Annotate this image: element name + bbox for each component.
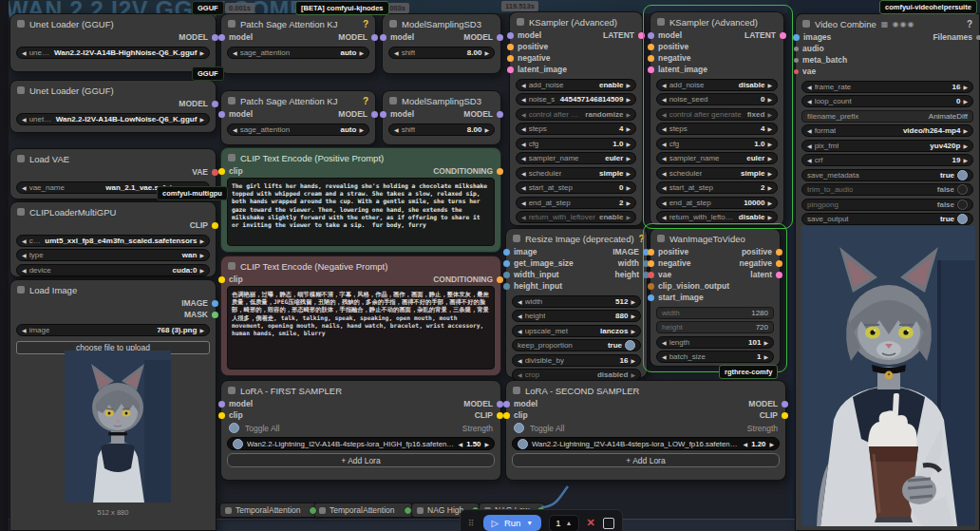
widget-clip-n[interactable]: ◀clip_numt5_xxl_fp8_e4m3fn_scaled.safete… — [16, 235, 210, 247]
collapse-icon[interactable] — [228, 20, 236, 28]
decrement-arrow-icon[interactable]: ◀ — [22, 184, 27, 191]
widget-return-with-leftover[interactable]: ◀return_with_leftoverenable▶ — [516, 211, 636, 223]
latent-output-port[interactable] — [776, 272, 782, 278]
increment-arrow-icon[interactable]: ▶ — [767, 170, 772, 177]
toggle-knob[interactable] — [957, 214, 968, 224]
decrement-arrow-icon[interactable]: ◀ — [518, 357, 522, 364]
load-image-preview[interactable] — [65, 351, 171, 503]
widget-scheduler[interactable]: ◀schedulersimple▶ — [656, 167, 778, 180]
widget-keep-proportion[interactable]: keep_proportiontrue — [512, 339, 641, 351]
widget-divisible-by[interactable]: ◀divisible_by16▶ — [512, 354, 641, 367]
images-input-port[interactable] — [793, 34, 800, 41]
collapse-icon[interactable] — [657, 18, 665, 26]
clip-input-port[interactable] — [218, 276, 225, 283]
widget-device[interactable]: ◀devicecuda:0▶ — [16, 264, 210, 276]
decrement-arrow-icon[interactable]: ◀ — [518, 313, 522, 319]
widget-upscale-met[interactable]: ◀upscale_metlanczos▶ — [512, 325, 641, 337]
model-output-port[interactable] — [497, 401, 503, 408]
increment-arrow-icon[interactable]: ▶ — [626, 199, 631, 206]
lora-row[interactable]: Wan2.2-Lightning_I2V-A14B-4steps-lora_LO… — [512, 437, 780, 450]
positive-input-port[interactable] — [507, 44, 514, 50]
increment-arrow-icon[interactable]: ▶ — [626, 170, 631, 177]
widget-unet-na[interactable]: ◀unet_naWan2.2-I2V-A14B-HighNoise-Q6_K.g… — [16, 47, 210, 59]
collapse-icon[interactable] — [319, 507, 326, 514]
conditioning-output-port[interactable] — [497, 276, 503, 283]
widget-width[interactable]: ◀width512▶ — [512, 295, 641, 308]
toggle-knob[interactable] — [957, 184, 968, 195]
widget-unet-name[interactable]: ◀unet_nameWan2.2-I2V-A14B-LowNoise-Q6_K.… — [16, 113, 210, 125]
decrement-arrow-icon[interactable]: ◀ — [807, 157, 812, 163]
decrement-arrow-icon[interactable]: ◀ — [394, 49, 399, 56]
decrement-arrow-icon[interactable]: ◀ — [233, 126, 237, 133]
decrement-arrow-icon[interactable]: ◀ — [662, 214, 667, 220]
decrement-arrow-icon[interactable]: ◀ — [22, 252, 27, 258]
increment-arrow-icon[interactable]: ▶ — [963, 84, 968, 90]
collapse-icon[interactable] — [17, 155, 25, 162]
comfyui-canvas[interactable]: WAN 2.2 I2V GGUF COMPA TER GGUF 0.001s [… — [0, 0, 980, 531]
collapse-icon[interactable] — [17, 286, 25, 294]
lora-enabled-toggle[interactable] — [518, 439, 528, 449]
node-lora-second-sampler[interactable]: LoRA - SECOND SAMPLER model MODEL clip C… — [505, 380, 786, 481]
clip-input-port[interactable] — [503, 412, 510, 419]
widget-sage-attention[interactable]: ◀sage_attentionauto▶ — [227, 47, 369, 59]
drag-handle-icon[interactable]: ⠿ — [468, 519, 476, 528]
increment-arrow-icon[interactable]: ▶ — [484, 49, 489, 56]
get-image-size-input-port[interactable] — [503, 260, 510, 267]
increment-arrow-icon[interactable]: ▶ — [359, 126, 364, 133]
mask-output-port[interactable] — [212, 312, 218, 318]
increment-arrow-icon[interactable]: ▶ — [626, 96, 631, 103]
increment-arrow-icon[interactable]: ▶ — [763, 339, 768, 346]
decrement-arrow-icon[interactable]: ◀ — [521, 155, 526, 161]
increment-arrow-icon[interactable]: ▶ — [963, 142, 968, 149]
increment-arrow-icon[interactable]: ▶ — [484, 126, 489, 133]
increment-arrow-icon[interactable]: ▶ — [626, 82, 631, 88]
decrement-arrow-icon[interactable]: ◀ — [662, 170, 667, 177]
collapse-icon[interactable] — [17, 208, 25, 216]
widget-end-at-step[interactable]: ◀end_at_step2▶ — [516, 197, 636, 209]
toggle-knob[interactable] — [957, 170, 968, 180]
widget-image[interactable]: ◀image768 (3).png▶ — [16, 324, 210, 336]
node-temporal-attention-2[interactable]: TemporalAttention — [313, 503, 413, 518]
widget-format[interactable]: ◀formatvideo/h264-mp4▶ — [801, 124, 973, 137]
widget-frame-rate[interactable]: ◀frame_rate16▶ — [801, 81, 973, 93]
height-input-port[interactable] — [503, 283, 510, 290]
widget-pingpong[interactable]: pingpongfalse — [801, 199, 973, 211]
decrement-arrow-icon[interactable]: ◀ — [22, 116, 27, 123]
increment-arrow-icon[interactable]: ▶ — [767, 96, 772, 103]
latent-output-port[interactable] — [638, 32, 645, 39]
node-patch-sage-attention-2[interactable]: Patch Sage Attention KJ? model MODEL ◀sa… — [220, 90, 376, 145]
increment-arrow-icon[interactable]: ▶ — [767, 111, 772, 118]
model-input-port[interactable] — [648, 32, 654, 39]
strength-decrement[interactable]: ◀ — [744, 441, 748, 447]
increment-icon[interactable]: ▲ — [566, 520, 573, 526]
model-input-port[interactable] — [503, 401, 510, 408]
node-unet-loader-1[interactable]: Unet Loader (GGUF) MODEL ◀unet_naWan2.2-… — [9, 13, 217, 72]
node-lora-first-sampler[interactable]: LoRA - FIRST SAMPLER model MODEL clip CL… — [220, 380, 501, 481]
negative-input-port[interactable] — [507, 55, 514, 62]
video-combine-preview[interactable] — [801, 226, 975, 526]
increment-arrow-icon[interactable]: ▶ — [767, 214, 772, 220]
increment-arrow-icon[interactable]: ▶ — [626, 141, 631, 147]
node-modelsampling-sd3-1[interactable]: ModelSamplingSD3 model MODEL ◀shift8.00▶ — [382, 13, 501, 74]
decrement-arrow-icon[interactable]: ◀ — [521, 96, 526, 103]
node-clip-text-encode-negative[interactable]: CLIP Text Encode (Negative Prompt) clip … — [220, 256, 501, 376]
model-input-port[interactable] — [218, 34, 225, 41]
collapse-icon[interactable] — [228, 154, 236, 161]
collapse-icon[interactable] — [228, 262, 236, 270]
preview-options-icons[interactable]: ▦ ◉◉◉ — [881, 20, 915, 28]
increment-arrow-icon[interactable]: ▶ — [626, 111, 631, 118]
latent-image-input-port[interactable] — [507, 66, 514, 73]
node-temporal-attention-1[interactable]: TemporalAttention — [219, 503, 318, 518]
increment-arrow-icon[interactable]: ▶ — [199, 116, 204, 123]
start-image-input-port[interactable] — [648, 294, 654, 301]
decrement-arrow-icon[interactable]: ◀ — [662, 111, 667, 118]
help-icon[interactable]: ? — [363, 96, 368, 106]
model-input-port[interactable] — [507, 32, 514, 39]
strength-increment[interactable]: ▶ — [484, 441, 489, 447]
collapse-icon[interactable] — [228, 97, 236, 104]
increment-arrow-icon[interactable]: ▶ — [767, 125, 772, 132]
negative-output-port[interactable] — [776, 260, 782, 267]
lora-enabled-toggle[interactable] — [233, 439, 243, 449]
node-ksampler-advanced-1[interactable]: KSampler (Advanced) model LATENT positiv… — [509, 11, 643, 226]
decrement-arrow-icon[interactable]: ◀ — [807, 84, 812, 90]
